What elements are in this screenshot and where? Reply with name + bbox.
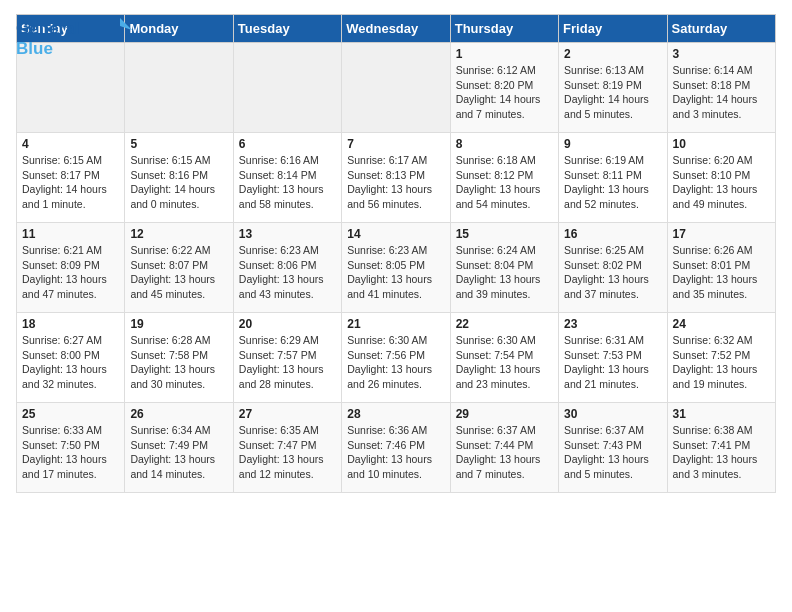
- day-number: 29: [456, 407, 553, 421]
- day-number: 31: [673, 407, 770, 421]
- day-number: 18: [22, 317, 119, 331]
- day-info: Sunrise: 6:23 AM Sunset: 8:06 PM Dayligh…: [239, 243, 336, 302]
- day-number: 4: [22, 137, 119, 151]
- day-info: Sunrise: 6:26 AM Sunset: 8:01 PM Dayligh…: [673, 243, 770, 302]
- calendar-cell: [342, 43, 450, 133]
- day-number: 14: [347, 227, 444, 241]
- calendar-cell: 18Sunrise: 6:27 AM Sunset: 8:00 PM Dayli…: [17, 313, 125, 403]
- day-info: Sunrise: 6:16 AM Sunset: 8:14 PM Dayligh…: [239, 153, 336, 212]
- day-info: Sunrise: 6:30 AM Sunset: 7:54 PM Dayligh…: [456, 333, 553, 392]
- day-number: 8: [456, 137, 553, 151]
- weekday-header-saturday: Saturday: [667, 15, 775, 43]
- day-number: 19: [130, 317, 227, 331]
- day-info: Sunrise: 6:15 AM Sunset: 8:17 PM Dayligh…: [22, 153, 119, 212]
- calendar-cell: 20Sunrise: 6:29 AM Sunset: 7:57 PM Dayli…: [233, 313, 341, 403]
- day-info: Sunrise: 6:12 AM Sunset: 8:20 PM Dayligh…: [456, 63, 553, 122]
- day-number: 20: [239, 317, 336, 331]
- weekday-header-friday: Friday: [559, 15, 667, 43]
- day-info: Sunrise: 6:18 AM Sunset: 8:12 PM Dayligh…: [456, 153, 553, 212]
- calendar-cell: 15Sunrise: 6:24 AM Sunset: 8:04 PM Dayli…: [450, 223, 558, 313]
- day-number: 26: [130, 407, 227, 421]
- day-info: Sunrise: 6:35 AM Sunset: 7:47 PM Dayligh…: [239, 423, 336, 482]
- svg-text:Blue: Blue: [16, 39, 53, 58]
- day-info: Sunrise: 6:31 AM Sunset: 7:53 PM Dayligh…: [564, 333, 661, 392]
- day-info: Sunrise: 6:37 AM Sunset: 7:43 PM Dayligh…: [564, 423, 661, 482]
- svg-text:General: General: [16, 19, 79, 38]
- day-info: Sunrise: 6:22 AM Sunset: 8:07 PM Dayligh…: [130, 243, 227, 302]
- day-info: Sunrise: 6:21 AM Sunset: 8:09 PM Dayligh…: [22, 243, 119, 302]
- day-info: Sunrise: 6:13 AM Sunset: 8:19 PM Dayligh…: [564, 63, 661, 122]
- day-info: Sunrise: 6:24 AM Sunset: 8:04 PM Dayligh…: [456, 243, 553, 302]
- day-number: 24: [673, 317, 770, 331]
- calendar-cell: 7Sunrise: 6:17 AM Sunset: 8:13 PM Daylig…: [342, 133, 450, 223]
- calendar-cell: 4Sunrise: 6:15 AM Sunset: 8:17 PM Daylig…: [17, 133, 125, 223]
- day-info: Sunrise: 6:19 AM Sunset: 8:11 PM Dayligh…: [564, 153, 661, 212]
- calendar-cell: 22Sunrise: 6:30 AM Sunset: 7:54 PM Dayli…: [450, 313, 558, 403]
- calendar-cell: 17Sunrise: 6:26 AM Sunset: 8:01 PM Dayli…: [667, 223, 775, 313]
- week-row-2: 4Sunrise: 6:15 AM Sunset: 8:17 PM Daylig…: [17, 133, 776, 223]
- day-number: 12: [130, 227, 227, 241]
- day-number: 15: [456, 227, 553, 241]
- day-number: 22: [456, 317, 553, 331]
- week-row-3: 11Sunrise: 6:21 AM Sunset: 8:09 PM Dayli…: [17, 223, 776, 313]
- day-number: 16: [564, 227, 661, 241]
- weekday-header-monday: Monday: [125, 15, 233, 43]
- calendar-cell: 6Sunrise: 6:16 AM Sunset: 8:14 PM Daylig…: [233, 133, 341, 223]
- day-number: 13: [239, 227, 336, 241]
- calendar-cell: 23Sunrise: 6:31 AM Sunset: 7:53 PM Dayli…: [559, 313, 667, 403]
- svg-marker-7: [120, 18, 132, 30]
- calendar-cell: 28Sunrise: 6:36 AM Sunset: 7:46 PM Dayli…: [342, 403, 450, 493]
- day-number: 27: [239, 407, 336, 421]
- day-info: Sunrise: 6:15 AM Sunset: 8:16 PM Dayligh…: [130, 153, 227, 212]
- day-info: Sunrise: 6:34 AM Sunset: 7:49 PM Dayligh…: [130, 423, 227, 482]
- calendar-cell: 25Sunrise: 6:33 AM Sunset: 7:50 PM Dayli…: [17, 403, 125, 493]
- day-number: 7: [347, 137, 444, 151]
- calendar-cell: 29Sunrise: 6:37 AM Sunset: 7:44 PM Dayli…: [450, 403, 558, 493]
- calendar-cell: 27Sunrise: 6:35 AM Sunset: 7:47 PM Dayli…: [233, 403, 341, 493]
- day-number: 3: [673, 47, 770, 61]
- calendar-cell: 9Sunrise: 6:19 AM Sunset: 8:11 PM Daylig…: [559, 133, 667, 223]
- day-number: 2: [564, 47, 661, 61]
- day-number: 21: [347, 317, 444, 331]
- day-info: Sunrise: 6:37 AM Sunset: 7:44 PM Dayligh…: [456, 423, 553, 482]
- day-number: 10: [673, 137, 770, 151]
- calendar-cell: 26Sunrise: 6:34 AM Sunset: 7:49 PM Dayli…: [125, 403, 233, 493]
- day-number: 9: [564, 137, 661, 151]
- calendar-cell: 21Sunrise: 6:30 AM Sunset: 7:56 PM Dayli…: [342, 313, 450, 403]
- day-number: 1: [456, 47, 553, 61]
- day-info: Sunrise: 6:32 AM Sunset: 7:52 PM Dayligh…: [673, 333, 770, 392]
- day-info: Sunrise: 6:36 AM Sunset: 7:46 PM Dayligh…: [347, 423, 444, 482]
- calendar-cell: 16Sunrise: 6:25 AM Sunset: 8:02 PM Dayli…: [559, 223, 667, 313]
- day-number: 30: [564, 407, 661, 421]
- calendar-cell: 2Sunrise: 6:13 AM Sunset: 8:19 PM Daylig…: [559, 43, 667, 133]
- day-number: 23: [564, 317, 661, 331]
- day-number: 11: [22, 227, 119, 241]
- day-info: Sunrise: 6:25 AM Sunset: 8:02 PM Dayligh…: [564, 243, 661, 302]
- calendar-cell: 31Sunrise: 6:38 AM Sunset: 7:41 PM Dayli…: [667, 403, 775, 493]
- calendar-cell: [233, 43, 341, 133]
- week-row-4: 18Sunrise: 6:27 AM Sunset: 8:00 PM Dayli…: [17, 313, 776, 403]
- weekday-header-tuesday: Tuesday: [233, 15, 341, 43]
- calendar-cell: 5Sunrise: 6:15 AM Sunset: 8:16 PM Daylig…: [125, 133, 233, 223]
- day-number: 17: [673, 227, 770, 241]
- calendar-cell: [125, 43, 233, 133]
- calendar-cell: 12Sunrise: 6:22 AM Sunset: 8:07 PM Dayli…: [125, 223, 233, 313]
- week-row-5: 25Sunrise: 6:33 AM Sunset: 7:50 PM Dayli…: [17, 403, 776, 493]
- day-info: Sunrise: 6:23 AM Sunset: 8:05 PM Dayligh…: [347, 243, 444, 302]
- calendar-cell: 11Sunrise: 6:21 AM Sunset: 8:09 PM Dayli…: [17, 223, 125, 313]
- calendar-cell: 8Sunrise: 6:18 AM Sunset: 8:12 PM Daylig…: [450, 133, 558, 223]
- day-info: Sunrise: 6:30 AM Sunset: 7:56 PM Dayligh…: [347, 333, 444, 392]
- calendar-cell: 19Sunrise: 6:28 AM Sunset: 7:58 PM Dayli…: [125, 313, 233, 403]
- calendar-cell: 30Sunrise: 6:37 AM Sunset: 7:43 PM Dayli…: [559, 403, 667, 493]
- day-info: Sunrise: 6:17 AM Sunset: 8:13 PM Dayligh…: [347, 153, 444, 212]
- weekday-header-wednesday: Wednesday: [342, 15, 450, 43]
- calendar-cell: 1Sunrise: 6:12 AM Sunset: 8:20 PM Daylig…: [450, 43, 558, 133]
- calendar-cell: 3Sunrise: 6:14 AM Sunset: 8:18 PM Daylig…: [667, 43, 775, 133]
- day-info: Sunrise: 6:27 AM Sunset: 8:00 PM Dayligh…: [22, 333, 119, 392]
- day-info: Sunrise: 6:29 AM Sunset: 7:57 PM Dayligh…: [239, 333, 336, 392]
- logo-svg: General Blue: [16, 16, 136, 60]
- calendar-table: SundayMondayTuesdayWednesdayThursdayFrid…: [16, 14, 776, 493]
- day-number: 25: [22, 407, 119, 421]
- day-info: Sunrise: 6:38 AM Sunset: 7:41 PM Dayligh…: [673, 423, 770, 482]
- day-info: Sunrise: 6:33 AM Sunset: 7:50 PM Dayligh…: [22, 423, 119, 482]
